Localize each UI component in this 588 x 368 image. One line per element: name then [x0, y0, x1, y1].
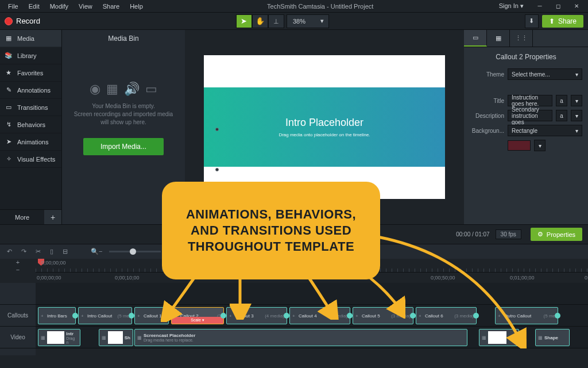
- sidebar-tab-library[interactable]: 📚Library: [0, 47, 61, 64]
- desc-input[interactable]: Secondary instruction goes: [508, 110, 552, 121]
- tab-label: Library: [17, 52, 37, 59]
- cut-button[interactable]: ✂: [33, 247, 43, 256]
- pan-tool-button[interactable]: ✋: [252, 14, 268, 28]
- minimize-button[interactable]: ─: [532, 1, 548, 12]
- desc-font-button[interactable]: a: [556, 110, 567, 121]
- download-icon: ⬇: [529, 17, 534, 25]
- menu-modify[interactable]: Modify: [45, 2, 73, 11]
- track-label-empty[interactable]: [0, 283, 36, 305]
- sidebar-tab-visual-effects[interactable]: ✧Visual Effects: [0, 151, 61, 168]
- props-tab-layout[interactable]: ▦: [487, 30, 510, 47]
- share-button[interactable]: ⬆ Share: [542, 15, 583, 28]
- tab-icon: ↯: [5, 121, 13, 128]
- hand-icon: ✋: [256, 17, 265, 25]
- sidebar-tab-favorites[interactable]: ★Favorites: [0, 64, 61, 82]
- add-panel-button[interactable]: +: [44, 209, 61, 224]
- props-tab-audio[interactable]: ⋮⋮: [510, 30, 533, 47]
- theme-label: Theme: [470, 71, 504, 78]
- sidebar-tab-animations[interactable]: ➤Animations: [0, 133, 61, 151]
- zoom-select[interactable]: 38% ▾: [287, 14, 329, 28]
- tab-icon: ✧: [5, 155, 13, 163]
- redo-button[interactable]: ↷: [19, 247, 29, 256]
- split-button[interactable]: ⊟: [60, 247, 70, 256]
- annotation-box: ANIMATIONS, BEHAVIORS, AND TRANSITIONS U…: [162, 182, 380, 279]
- menu-file[interactable]: File: [3, 2, 23, 11]
- copy-button[interactable]: ▯: [48, 247, 56, 256]
- properties-button[interactable]: ⚙ Properties: [531, 228, 582, 241]
- transition-handle[interactable]: [72, 313, 78, 319]
- tab-icon: ▭: [5, 103, 13, 111]
- arrow-icon: ➤: [241, 17, 247, 25]
- timeline-clip[interactable]: +Intro Callout(5 me: [78, 307, 132, 324]
- annotation-arrow: [230, 274, 253, 320]
- timeline-clip[interactable]: ▦IntrDrag n: [38, 329, 80, 346]
- record-button[interactable]: Record: [5, 17, 40, 25]
- clip-label: Callout 1: [144, 313, 162, 319]
- sign-in-button[interactable]: Sign In ▾: [493, 1, 529, 11]
- expand-icon: +: [41, 313, 45, 319]
- tab-icon: ▦: [5, 34, 13, 42]
- expand-icon: +: [292, 313, 297, 319]
- share-label: Share: [558, 17, 577, 25]
- crop-tool-button[interactable]: ⟂: [268, 14, 284, 28]
- title-more-button[interactable]: ▾: [571, 95, 582, 106]
- track-label-video[interactable]: Video: [0, 327, 36, 348]
- remove-track-button[interactable]: −: [16, 266, 20, 273]
- title-font-button[interactable]: a: [556, 95, 567, 106]
- transition-handle[interactable]: [555, 313, 560, 319]
- window-controls: Sign In ▾ ─ ◻ ✕: [493, 1, 585, 12]
- record-icon: [5, 17, 13, 25]
- sidebar-tab-media[interactable]: ▦Media: [0, 30, 61, 47]
- clip-label: Intro Bars: [47, 313, 67, 319]
- clip-sublabel: Drag media here to replace.: [144, 338, 195, 342]
- close-button[interactable]: ✕: [568, 1, 585, 12]
- undo-button[interactable]: ↶: [5, 247, 14, 256]
- tab-label: Behaviors: [17, 121, 45, 128]
- transition-handle[interactable]: [129, 313, 134, 319]
- timeline-zoom-slider[interactable]: [109, 251, 161, 252]
- title-input[interactable]: Instruction goes here.: [508, 95, 552, 106]
- import-media-button[interactable]: Import Media...: [83, 138, 164, 155]
- add-track-button[interactable]: +: [16, 259, 20, 266]
- select-tool-button[interactable]: ➤: [236, 14, 252, 28]
- maximize-button[interactable]: ◻: [550, 1, 566, 12]
- chevron-down-icon: ▾: [320, 17, 324, 25]
- sidebar-tab-transitions[interactable]: ▭Transitions: [0, 99, 61, 116]
- record-label: Record: [16, 17, 40, 25]
- menu-edit[interactable]: Edit: [24, 2, 44, 11]
- zoom-out-button[interactable]: 🔍−: [88, 247, 105, 256]
- selection-handle[interactable]: [215, 128, 219, 131]
- annotation-text: ANIMATIONS, BEHAVIORS, AND TRANSITIONS U…: [173, 206, 369, 255]
- properties-tabs: ▭ ▦ ⋮⋮: [464, 30, 588, 47]
- timeline-clip[interactable]: ▦Shape: [535, 329, 570, 346]
- effects-icon: ⋮⋮: [515, 34, 528, 42]
- sidebar-tab-behaviors[interactable]: ↯Behaviors: [0, 116, 61, 133]
- timeline-clip[interactable]: ▦Sh: [99, 329, 133, 346]
- sidebar-tab-annotations[interactable]: ✎Annotations: [0, 82, 61, 99]
- props-tab-visual[interactable]: ▭: [464, 30, 487, 47]
- more-button[interactable]: More: [0, 209, 44, 224]
- track-label-callouts[interactable]: Callouts: [0, 305, 36, 327]
- menu-help[interactable]: Help: [125, 2, 148, 11]
- download-button[interactable]: ⬇: [525, 14, 539, 28]
- record-type-icon: ◉: [90, 82, 100, 97]
- media-type-icons: ◉ ▦ 🔊 ▭: [90, 82, 157, 97]
- timeline-clip[interactable]: +Intro Bars: [38, 307, 76, 324]
- prop-row-theme: Theme Select theme...▾: [464, 67, 588, 82]
- bg-color-swatch[interactable]: [508, 140, 531, 151]
- desc-more-button[interactable]: ▾: [571, 110, 582, 121]
- time-mark: 0;00;10;00: [115, 275, 140, 281]
- track-labels: Callouts Video: [0, 283, 36, 355]
- transition-handle[interactable]: [284, 313, 289, 319]
- audio-type-icon: 🔊: [124, 82, 140, 97]
- transition-handle[interactable]: [220, 313, 226, 319]
- menu-view[interactable]: View: [74, 2, 97, 11]
- tab-icon: ✎: [5, 86, 13, 94]
- theme-select[interactable]: Select theme...▾: [508, 68, 582, 80]
- selection-handle[interactable]: [215, 168, 219, 171]
- menu-share[interactable]: Share: [98, 2, 124, 11]
- bg-select[interactable]: Rectangle▾: [508, 125, 582, 136]
- canvas[interactable]: Intro Placeholder Drag media onto placeh…: [204, 55, 445, 199]
- zoom-value: 38%: [293, 18, 305, 25]
- color-more-button[interactable]: ▾: [534, 140, 546, 151]
